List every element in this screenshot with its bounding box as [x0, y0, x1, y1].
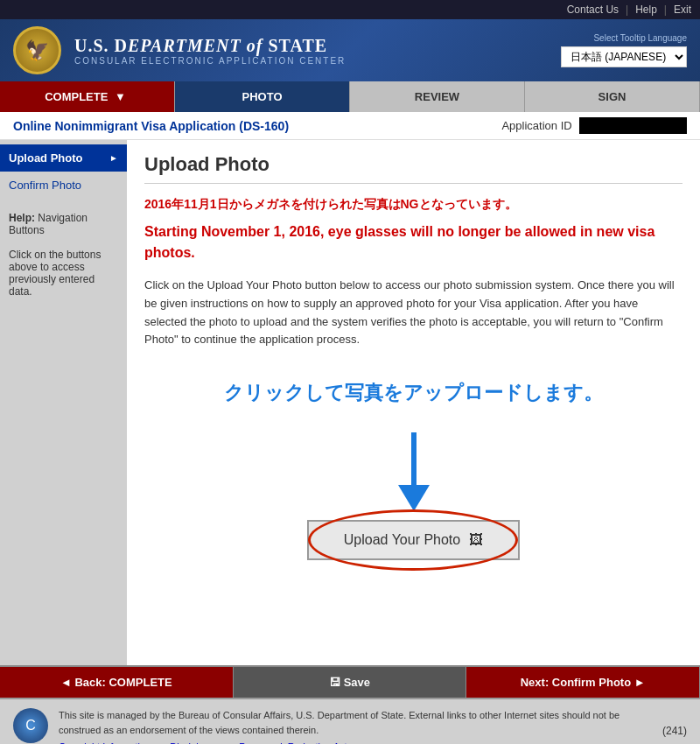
next-button[interactable]: Next: Confirm Photo ►	[466, 667, 700, 698]
app-id-section: Application ID	[501, 117, 687, 134]
tab-review[interactable]: REVIEW	[350, 81, 525, 112]
upload-section: クリックして写真をアップロードします。 Upload Your Photo 🖼	[144, 362, 682, 578]
copyright-link[interactable]: Copyright Information ↗	[59, 740, 161, 744]
footer: C This site is managed by the Bureau of …	[0, 698, 700, 744]
tab-photo[interactable]: PHOTO	[175, 81, 350, 112]
header-text: U.S. DEPARTMENT of STATE CONSULAR ELECTR…	[74, 36, 346, 66]
notice-english: Starting November 1, 2016, eye glasses w…	[144, 221, 682, 263]
upload-ellipse-wrapper: Upload Your Photo 🖼	[307, 520, 520, 560]
lang-label: Select Tooltip Language	[593, 33, 687, 43]
bottom-nav: ◄ Back: COMPLETE 🖫 Save Next: Confirm Ph…	[0, 665, 700, 698]
help-link[interactable]: Help	[635, 4, 657, 16]
language-selector[interactable]: Select Tooltip Language 日本語 (JAPANESE)	[561, 33, 687, 67]
exit-link[interactable]: Exit	[674, 4, 691, 16]
save-button[interactable]: 🖫 Save	[234, 667, 467, 698]
footer-seal: C	[13, 708, 48, 743]
back-button[interactable]: ◄ Back: COMPLETE	[0, 667, 234, 698]
disclaimers-link[interactable]: Disclaimers ↗	[170, 740, 230, 744]
nav-tabs: COMPLETE ▼ PHOTO REVIEW SIGN	[0, 81, 700, 112]
app-id-value	[579, 117, 687, 134]
footer-links: Copyright Information ↗ Disclaimers ↗ Pa…	[59, 740, 652, 744]
footer-count: (241)	[662, 725, 687, 737]
arrow-down	[144, 432, 682, 511]
notice-japanese: 2016年11月1日からメガネを付けられた写真はNGとなっています。	[144, 197, 682, 213]
content-area: Upload Photo 2016年11月1日からメガネを付けられた写真はNGと…	[127, 140, 700, 665]
contact-link[interactable]: Contact Us	[567, 4, 619, 16]
tab-arrow: ▼	[115, 90, 126, 103]
sidebar-item-confirm-photo[interactable]: Confirm Photo	[0, 172, 127, 199]
sidebar-item-upload-photo[interactable]: Upload Photo ►	[0, 144, 127, 172]
upload-photo-button[interactable]: Upload Your Photo 🖼	[307, 520, 520, 560]
header: 🦅 U.S. DEPARTMENT of STATE CONSULAR ELEC…	[0, 19, 700, 81]
app-id-bar: Online Nonimmigrant Visa Application (DS…	[0, 112, 700, 140]
lang-dropdown[interactable]: 日本語 (JAPANESE)	[561, 46, 687, 67]
upload-japanese-text: クリックして写真をアップロードします。	[144, 380, 682, 406]
paperwork-link[interactable]: Paperwork Reduction Act ↗	[239, 740, 358, 744]
page-title: Upload Photo	[144, 153, 682, 184]
main-layout: Upload Photo ► Confirm Photo Help: Navig…	[0, 140, 700, 665]
sidebar: Upload Photo ► Confirm Photo Help: Navig…	[0, 140, 127, 665]
body-text: Click on the Upload Your Photo button be…	[144, 277, 682, 349]
department-seal: 🦅	[13, 26, 61, 74]
arrow-head	[398, 485, 430, 511]
sidebar-help: Help: Navigation Buttons Click on the bu…	[0, 199, 127, 311]
tab-complete[interactable]: COMPLETE ▼	[0, 81, 175, 112]
header-title: U.S. DEPARTMENT of STATE	[74, 36, 346, 56]
top-bar: Contact Us | Help | Exit	[0, 0, 700, 19]
upload-btn-label: Upload Your Photo	[344, 532, 460, 548]
tab-sign[interactable]: SIGN	[525, 81, 700, 112]
footer-text: This site is managed by the Bureau of Co…	[59, 708, 652, 744]
upload-btn-icon: 🖼	[469, 532, 483, 548]
arrow-shaft	[411, 432, 416, 485]
sidebar-arrow-icon: ►	[109, 153, 118, 163]
header-subtitle: CONSULAR ELECTRONIC APPLICATION CENTER	[74, 56, 346, 66]
app-id-label: Application ID	[501, 119, 571, 132]
app-title: Online Nonimmigrant Visa Application (DS…	[13, 119, 289, 133]
